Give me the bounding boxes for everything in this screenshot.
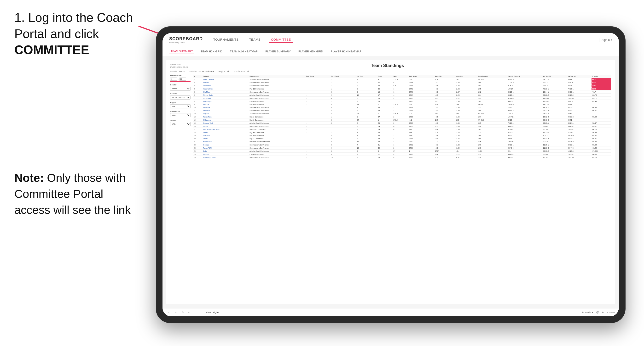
table-cell: 80.98	[592, 87, 611, 90]
table-cell: 23-23-1	[542, 122, 567, 125]
table-cell: 9-24-0	[542, 125, 567, 128]
sidebar-division-select[interactable]: NCAA Division I	[170, 95, 190, 100]
table-cell: 33-20-2	[542, 94, 567, 97]
table-cell: 264	[478, 94, 507, 97]
table-cell: 30.84	[567, 84, 592, 87]
min-rounds-input-1[interactable]	[170, 78, 177, 81]
table-cell: 12	[193, 112, 202, 115]
toolbar-share-btn-2[interactable]: ↗ Share	[606, 311, 615, 314]
table-cell: 1	[392, 100, 408, 103]
table-cell: 21	[377, 153, 392, 156]
sub-nav-player-summary[interactable]: PLAYER SUMMARY	[264, 49, 292, 54]
table-row: 26Mississippi StateSoutheastern Conferen…	[193, 156, 611, 159]
toolbar-watch-btn[interactable]: 👁 Watch ▼	[582, 311, 594, 314]
table-cell: -	[305, 143, 330, 147]
table-cell: 278.7	[408, 140, 434, 143]
sidebar-gender-select[interactable]: Men's	[170, 87, 190, 91]
table-cell: 15-32-2	[542, 115, 567, 118]
table-cell: -	[305, 156, 330, 159]
table-cell: 23	[377, 131, 392, 134]
table-cell: Arizona	[202, 103, 248, 106]
sidebar-school-select[interactable]: (All)	[170, 122, 190, 126]
toolbar-view-label[interactable]: View: Original	[206, 311, 219, 314]
sub-nav-team-h2h-grid[interactable]: TEAM H2H GRID	[199, 49, 224, 54]
table-cell: 273.5	[392, 78, 408, 81]
table-cell: 1	[392, 87, 408, 90]
table-cell: -	[305, 150, 330, 153]
table-cell: 279.6	[408, 147, 434, 150]
table-cell: 10	[330, 156, 356, 159]
table-cell: 9	[356, 115, 377, 118]
table-cell: 8	[330, 137, 356, 140]
table-row: 12VirginiaAtlantic Coast Conference-4211…	[193, 112, 611, 115]
table-cell: 276.9	[392, 112, 408, 115]
filter-division: Division: NCAA Division I	[189, 70, 214, 73]
sign-out-button[interactable]: Sign out	[602, 38, 612, 42]
table-cell: Illinois	[202, 131, 248, 134]
table-cell: 8	[356, 134, 377, 137]
table-cell: 6	[356, 97, 377, 100]
table-cell: 4	[330, 112, 356, 115]
table-cell: 18	[193, 131, 202, 134]
table-cell: 69.71	[592, 97, 611, 100]
table-cell: 276.9	[408, 106, 434, 109]
table-cell: Arizona State	[202, 87, 248, 90]
toolbar-share-btn[interactable]: □	[188, 311, 191, 314]
col-avg-sg: Avg. SG	[434, 75, 456, 78]
table-cell: East Tennessee State	[202, 128, 248, 131]
table-row: 25OregonPac-12 Conference-37210278.5-3.1…	[193, 153, 611, 156]
min-rounds-input-2[interactable]	[179, 78, 186, 81]
min-rounds-label: Minimum Rou...	[170, 75, 190, 77]
table-cell: 1.85	[456, 115, 478, 118]
table-cell: 17-33-3	[542, 137, 567, 140]
logo-sub: Powered by clippd	[169, 41, 203, 43]
table-cell: 25	[193, 153, 202, 156]
toolbar-back-btn[interactable]: ←	[166, 311, 171, 314]
toolbar-forward-btn[interactable]: →	[174, 311, 178, 314]
sub-nav-team-h2h-heatmap[interactable]: TEAM H2H HEATMAP	[228, 49, 259, 54]
table-cell: North Carolina	[202, 78, 248, 81]
nav-committee[interactable]: COMMITTEE	[269, 37, 293, 43]
table-cell: 275.9	[408, 97, 434, 100]
table-cell: 1.85	[456, 122, 478, 125]
table-cell: 30	[377, 147, 392, 150]
nav-teams[interactable]: TEAMS	[247, 37, 262, 43]
table-cell: 274.8	[408, 90, 434, 94]
toolbar-refresh-btn[interactable]: ↻	[181, 311, 184, 314]
table-cell: 27	[377, 84, 392, 87]
toolbar-speech-btn[interactable]: 💬	[596, 311, 599, 314]
table-cell: -	[305, 94, 330, 97]
range-slider[interactable]	[170, 81, 190, 82]
sidebar-division-label: Division	[170, 93, 190, 95]
table-cell: 8	[356, 109, 377, 112]
sub-nav-player-h2h-grid[interactable]: PLAYER H2H GRID	[297, 49, 324, 54]
toolbar-circle-btn[interactable]: ○	[197, 311, 200, 314]
table-cell: 2.77	[456, 84, 478, 87]
table-cell: 4-21-0	[542, 156, 567, 159]
table-cell: 2	[392, 97, 408, 100]
table-cell: 49-23-1	[542, 87, 567, 90]
table-cell: 278.1	[408, 128, 434, 131]
table-cell: 7	[356, 143, 377, 147]
table-cell: 90-33-2	[542, 150, 567, 153]
sub-nav-player-h2h-heatmap[interactable]: PLAYER H2H HEATMAP	[329, 49, 363, 54]
table-cell: -	[305, 140, 330, 143]
toolbar-expand-btn[interactable]: ✥	[602, 311, 604, 314]
table-cell: 268	[456, 112, 478, 115]
sub-nav-team-summary[interactable]: TEAM SUMMARY	[169, 49, 194, 54]
standings-table-container[interactable]: # School Conference Reg Rank Conf Rank N…	[193, 75, 611, 301]
col-wins: Wins	[392, 75, 408, 78]
table-cell: -	[305, 147, 330, 150]
table-row: 16FloridaSoutheastern Conference-7924427…	[193, 125, 611, 128]
sidebar-region-select[interactable]: N/A	[170, 104, 190, 108]
table-cell: 8	[356, 131, 377, 134]
sidebar-conference-select[interactable]: (All)	[170, 113, 190, 117]
nav-tournaments[interactable]: TOURNAMENTS	[212, 37, 241, 43]
table-cell: -	[305, 118, 330, 122]
table-cell: 8	[356, 156, 377, 159]
table-cell: 79-25-1	[567, 87, 592, 90]
table-cell: Big Ten Conference	[248, 131, 305, 134]
table-cell: 265	[478, 122, 507, 125]
table-cell: Pac-12 Conference	[248, 103, 305, 106]
table-cell: 27-17-1	[567, 131, 592, 134]
